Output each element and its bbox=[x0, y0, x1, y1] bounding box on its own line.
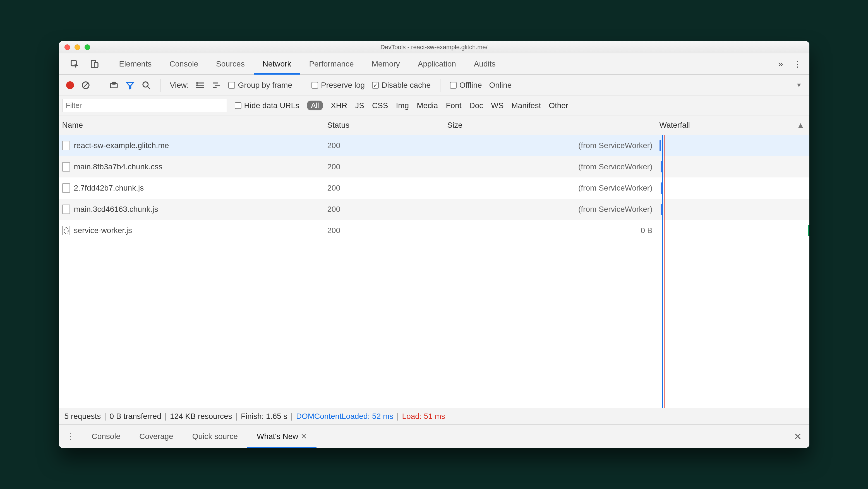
drawer-tab-coverage[interactable]: Coverage bbox=[130, 425, 183, 448]
file-icon bbox=[62, 205, 70, 214]
tab-audits[interactable]: Audits bbox=[465, 53, 505, 75]
request-size: (from ServiceWorker) bbox=[444, 199, 656, 220]
tab-network[interactable]: Network bbox=[254, 53, 300, 75]
titlebar: DevTools - react-sw-example.glitch.me/ bbox=[59, 41, 809, 53]
sort-asc-icon: ▲ bbox=[797, 121, 805, 130]
request-waterfall bbox=[656, 220, 809, 241]
close-drawer-icon[interactable]: ✕ bbox=[786, 431, 809, 442]
tab-application[interactable]: Application bbox=[409, 53, 465, 75]
drawer-tab-quick-source[interactable]: Quick source bbox=[183, 425, 247, 448]
settings-menu-icon[interactable]: ⋮ bbox=[793, 59, 801, 69]
filter-type-css[interactable]: CSS bbox=[372, 101, 388, 110]
request-waterfall bbox=[656, 135, 809, 156]
filter-type-doc[interactable]: Doc bbox=[469, 101, 483, 110]
tab-memory[interactable]: Memory bbox=[363, 53, 409, 75]
disable-cache-toggle[interactable]: Disable cache bbox=[372, 81, 431, 90]
drawer-tab-console[interactable]: Console bbox=[82, 425, 130, 448]
request-name: main.3cd46163.chunk.js bbox=[74, 205, 158, 214]
request-status: 200 bbox=[324, 135, 444, 156]
column-status[interactable]: Status bbox=[324, 115, 444, 135]
column-size[interactable]: Size bbox=[444, 115, 656, 135]
request-size: 0 B bbox=[444, 220, 656, 241]
status-requests: 5 requests bbox=[63, 412, 103, 421]
request-row[interactable]: 2.7fdd42b7.chunk.js200(from ServiceWorke… bbox=[59, 177, 809, 199]
drawer-menu-icon[interactable]: ⋮ bbox=[59, 432, 82, 441]
panel-tabs: ElementsConsoleSourcesNetworkPerformance… bbox=[59, 53, 809, 75]
overview-icon[interactable] bbox=[212, 81, 221, 90]
request-status: 200 bbox=[324, 199, 444, 220]
filter-bar: Hide data URLs AllXHRJSCSSImgMediaFontDo… bbox=[59, 96, 809, 115]
hide-data-urls-toggle[interactable]: Hide data URLs bbox=[235, 101, 300, 110]
svg-line-4 bbox=[83, 82, 88, 88]
disable-cache-label: Disable cache bbox=[381, 81, 431, 90]
clear-icon[interactable] bbox=[81, 81, 90, 90]
svg-point-13 bbox=[197, 85, 197, 86]
drawer-tab-what-s-new[interactable]: What's New ✕ bbox=[247, 425, 316, 448]
column-waterfall[interactable]: Waterfall ▲ bbox=[656, 115, 809, 135]
tab-console[interactable]: Console bbox=[160, 53, 207, 75]
request-row[interactable]: main.3cd46163.chunk.js200(from ServiceWo… bbox=[59, 199, 809, 220]
tab-performance[interactable]: Performance bbox=[300, 53, 363, 75]
close-tab-icon[interactable]: ✕ bbox=[301, 432, 307, 441]
capture-screenshots-icon[interactable] bbox=[110, 81, 118, 90]
record-icon[interactable] bbox=[66, 81, 74, 89]
more-tabs-icon[interactable]: » bbox=[778, 59, 783, 69]
device-toggle-icon[interactable] bbox=[90, 59, 99, 68]
request-row[interactable]: react-sw-example.glitch.me200(from Servi… bbox=[59, 135, 809, 156]
checkbox-icon bbox=[311, 82, 318, 89]
checkbox-icon bbox=[450, 82, 457, 89]
search-icon[interactable] bbox=[142, 81, 151, 90]
request-status: 200 bbox=[324, 177, 444, 199]
filter-icon[interactable] bbox=[126, 81, 134, 90]
column-name[interactable]: Name bbox=[59, 115, 324, 135]
file-icon bbox=[62, 162, 70, 172]
svg-point-12 bbox=[197, 82, 197, 83]
inspect-icon[interactable] bbox=[70, 59, 79, 68]
devtools-window: DevTools - react-sw-example.glitch.me/ E… bbox=[59, 41, 809, 448]
checkbox-icon bbox=[235, 102, 241, 109]
request-list[interactable]: react-sw-example.glitch.me200(from Servi… bbox=[59, 135, 809, 408]
status-finish: Finish: 1.65 s bbox=[239, 412, 289, 421]
drawer: ⋮ ConsoleCoverageQuick sourceWhat's New … bbox=[59, 425, 809, 448]
tab-elements[interactable]: Elements bbox=[110, 53, 161, 75]
request-size: (from ServiceWorker) bbox=[444, 156, 656, 177]
filter-type-other[interactable]: Other bbox=[549, 101, 568, 110]
request-name: 2.7fdd42b7.chunk.js bbox=[74, 183, 144, 193]
large-rows-icon[interactable] bbox=[196, 81, 205, 90]
filter-type-all[interactable]: All bbox=[307, 100, 323, 110]
request-status: 200 bbox=[324, 156, 444, 177]
status-transferred: 0 B transferred bbox=[108, 412, 163, 421]
filter-type-xhr[interactable]: XHR bbox=[331, 101, 347, 110]
filter-type-font[interactable]: Font bbox=[446, 101, 461, 110]
table-header: Name Status Size Waterfall ▲ bbox=[59, 115, 809, 135]
request-waterfall bbox=[656, 177, 809, 199]
gear-icon bbox=[62, 226, 70, 235]
request-name: react-sw-example.glitch.me bbox=[74, 141, 169, 150]
tab-sources[interactable]: Sources bbox=[207, 53, 254, 75]
filter-input[interactable] bbox=[62, 99, 227, 112]
filter-type-img[interactable]: Img bbox=[396, 101, 409, 110]
chevron-down-icon[interactable]: ▼ bbox=[796, 82, 802, 89]
preserve-log-label: Preserve log bbox=[321, 81, 365, 90]
checkbox-icon bbox=[372, 82, 379, 89]
svg-point-7 bbox=[143, 82, 148, 87]
request-row[interactable]: service-worker.js2000 B bbox=[59, 220, 809, 241]
offline-toggle[interactable]: Offline bbox=[450, 81, 482, 90]
view-label: View: bbox=[170, 81, 189, 90]
filter-type-ws[interactable]: WS bbox=[491, 101, 503, 110]
window-title: DevTools - react-sw-example.glitch.me/ bbox=[59, 44, 809, 51]
request-waterfall bbox=[656, 156, 809, 177]
request-status: 200 bbox=[324, 220, 444, 241]
preserve-log-toggle[interactable]: Preserve log bbox=[311, 81, 365, 90]
status-resources: 124 KB resources bbox=[168, 412, 234, 421]
filter-type-manifest[interactable]: Manifest bbox=[511, 101, 541, 110]
network-toolbar: View: Group by frame Preserve log Disabl… bbox=[59, 75, 809, 96]
throttling-select[interactable]: Online bbox=[489, 81, 512, 90]
filter-type-media[interactable]: Media bbox=[417, 101, 438, 110]
request-name: service-worker.js bbox=[74, 226, 132, 235]
filter-type-js[interactable]: JS bbox=[355, 101, 364, 110]
request-name: main.8fb3a7b4.chunk.css bbox=[74, 162, 163, 171]
request-row[interactable]: main.8fb3a7b4.chunk.css200(from ServiceW… bbox=[59, 156, 809, 177]
group-by-frame-toggle[interactable]: Group by frame bbox=[228, 81, 292, 90]
svg-line-8 bbox=[147, 86, 150, 89]
